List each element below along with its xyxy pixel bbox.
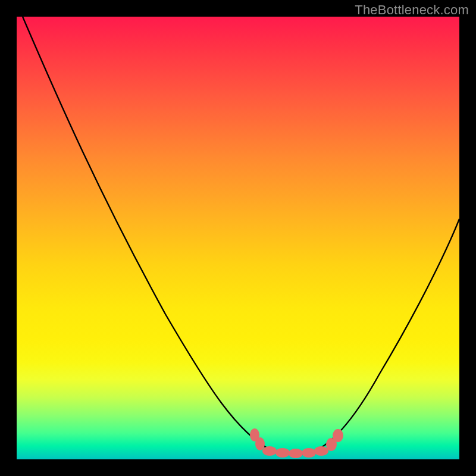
chart-stage: TheBottleneck.com — [0, 0, 476, 476]
svg-point-4 — [289, 449, 303, 458]
svg-point-6 — [314, 446, 328, 456]
svg-point-3 — [275, 448, 290, 458]
plot-area — [17, 17, 459, 459]
svg-point-8 — [333, 429, 343, 442]
curve-layer — [17, 17, 459, 459]
svg-point-2 — [262, 446, 277, 456]
svg-point-5 — [302, 448, 316, 458]
optimal-band-markers — [250, 428, 343, 458]
bottleneck-curve — [23, 17, 459, 455]
watermark-text: TheBottleneck.com — [355, 2, 469, 18]
svg-point-1 — [255, 437, 265, 450]
